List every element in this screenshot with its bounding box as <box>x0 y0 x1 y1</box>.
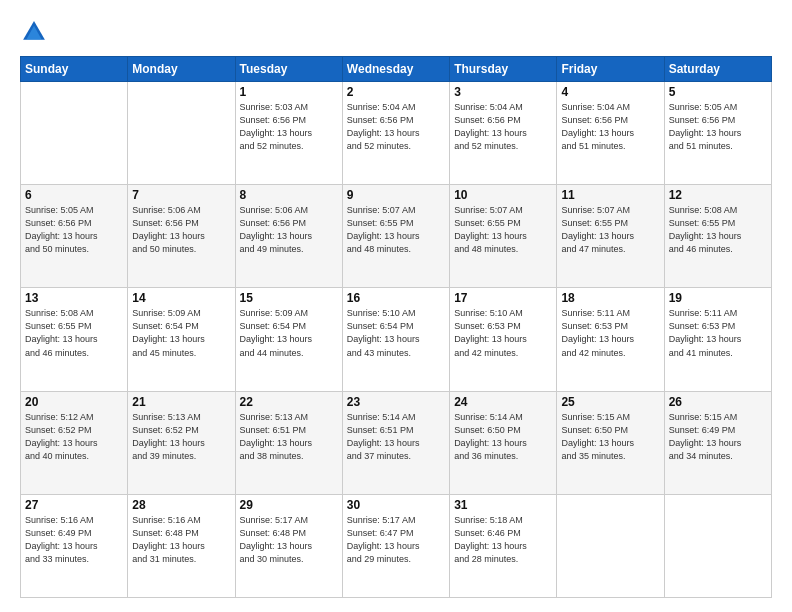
calendar-cell: 22Sunrise: 5:13 AM Sunset: 6:51 PM Dayli… <box>235 391 342 494</box>
day-number: 25 <box>561 395 659 409</box>
day-info: Sunrise: 5:15 AM Sunset: 6:49 PM Dayligh… <box>669 411 767 463</box>
day-number: 2 <box>347 85 445 99</box>
day-info: Sunrise: 5:09 AM Sunset: 6:54 PM Dayligh… <box>240 307 338 359</box>
calendar-cell: 28Sunrise: 5:16 AM Sunset: 6:48 PM Dayli… <box>128 494 235 597</box>
calendar-cell: 25Sunrise: 5:15 AM Sunset: 6:50 PM Dayli… <box>557 391 664 494</box>
day-number: 27 <box>25 498 123 512</box>
calendar-cell <box>128 82 235 185</box>
calendar-cell: 1Sunrise: 5:03 AM Sunset: 6:56 PM Daylig… <box>235 82 342 185</box>
day-number: 8 <box>240 188 338 202</box>
weekday-header-sunday: Sunday <box>21 57 128 82</box>
logo <box>20 18 52 46</box>
calendar-table: SundayMondayTuesdayWednesdayThursdayFrid… <box>20 56 772 598</box>
day-info: Sunrise: 5:07 AM Sunset: 6:55 PM Dayligh… <box>347 204 445 256</box>
calendar-cell: 23Sunrise: 5:14 AM Sunset: 6:51 PM Dayli… <box>342 391 449 494</box>
calendar-cell <box>21 82 128 185</box>
calendar-cell: 13Sunrise: 5:08 AM Sunset: 6:55 PM Dayli… <box>21 288 128 391</box>
day-info: Sunrise: 5:05 AM Sunset: 6:56 PM Dayligh… <box>25 204 123 256</box>
day-number: 20 <box>25 395 123 409</box>
day-info: Sunrise: 5:08 AM Sunset: 6:55 PM Dayligh… <box>669 204 767 256</box>
day-number: 24 <box>454 395 552 409</box>
calendar-cell: 16Sunrise: 5:10 AM Sunset: 6:54 PM Dayli… <box>342 288 449 391</box>
day-info: Sunrise: 5:14 AM Sunset: 6:50 PM Dayligh… <box>454 411 552 463</box>
day-info: Sunrise: 5:04 AM Sunset: 6:56 PM Dayligh… <box>454 101 552 153</box>
day-info: Sunrise: 5:17 AM Sunset: 6:47 PM Dayligh… <box>347 514 445 566</box>
logo-icon <box>20 18 48 46</box>
day-number: 1 <box>240 85 338 99</box>
calendar-cell: 27Sunrise: 5:16 AM Sunset: 6:49 PM Dayli… <box>21 494 128 597</box>
day-number: 19 <box>669 291 767 305</box>
weekday-header-wednesday: Wednesday <box>342 57 449 82</box>
calendar-cell: 5Sunrise: 5:05 AM Sunset: 6:56 PM Daylig… <box>664 82 771 185</box>
calendar-cell: 11Sunrise: 5:07 AM Sunset: 6:55 PM Dayli… <box>557 185 664 288</box>
week-row-5: 27Sunrise: 5:16 AM Sunset: 6:49 PM Dayli… <box>21 494 772 597</box>
day-info: Sunrise: 5:06 AM Sunset: 6:56 PM Dayligh… <box>132 204 230 256</box>
calendar-cell: 7Sunrise: 5:06 AM Sunset: 6:56 PM Daylig… <box>128 185 235 288</box>
calendar-cell: 17Sunrise: 5:10 AM Sunset: 6:53 PM Dayli… <box>450 288 557 391</box>
day-info: Sunrise: 5:14 AM Sunset: 6:51 PM Dayligh… <box>347 411 445 463</box>
day-number: 13 <box>25 291 123 305</box>
day-info: Sunrise: 5:10 AM Sunset: 6:54 PM Dayligh… <box>347 307 445 359</box>
day-info: Sunrise: 5:12 AM Sunset: 6:52 PM Dayligh… <box>25 411 123 463</box>
page: SundayMondayTuesdayWednesdayThursdayFrid… <box>0 0 792 612</box>
calendar-cell: 15Sunrise: 5:09 AM Sunset: 6:54 PM Dayli… <box>235 288 342 391</box>
calendar-cell: 14Sunrise: 5:09 AM Sunset: 6:54 PM Dayli… <box>128 288 235 391</box>
weekday-header-tuesday: Tuesday <box>235 57 342 82</box>
calendar-cell: 10Sunrise: 5:07 AM Sunset: 6:55 PM Dayli… <box>450 185 557 288</box>
day-number: 3 <box>454 85 552 99</box>
day-number: 11 <box>561 188 659 202</box>
calendar-cell: 20Sunrise: 5:12 AM Sunset: 6:52 PM Dayli… <box>21 391 128 494</box>
week-row-4: 20Sunrise: 5:12 AM Sunset: 6:52 PM Dayli… <box>21 391 772 494</box>
day-number: 12 <box>669 188 767 202</box>
day-number: 7 <box>132 188 230 202</box>
day-info: Sunrise: 5:07 AM Sunset: 6:55 PM Dayligh… <box>454 204 552 256</box>
day-info: Sunrise: 5:11 AM Sunset: 6:53 PM Dayligh… <box>561 307 659 359</box>
day-number: 15 <box>240 291 338 305</box>
day-info: Sunrise: 5:17 AM Sunset: 6:48 PM Dayligh… <box>240 514 338 566</box>
day-info: Sunrise: 5:06 AM Sunset: 6:56 PM Dayligh… <box>240 204 338 256</box>
weekday-header-monday: Monday <box>128 57 235 82</box>
day-info: Sunrise: 5:03 AM Sunset: 6:56 PM Dayligh… <box>240 101 338 153</box>
day-info: Sunrise: 5:07 AM Sunset: 6:55 PM Dayligh… <box>561 204 659 256</box>
weekday-header-saturday: Saturday <box>664 57 771 82</box>
day-info: Sunrise: 5:11 AM Sunset: 6:53 PM Dayligh… <box>669 307 767 359</box>
day-number: 23 <box>347 395 445 409</box>
day-number: 29 <box>240 498 338 512</box>
day-info: Sunrise: 5:13 AM Sunset: 6:52 PM Dayligh… <box>132 411 230 463</box>
day-number: 17 <box>454 291 552 305</box>
day-number: 14 <box>132 291 230 305</box>
calendar-cell: 19Sunrise: 5:11 AM Sunset: 6:53 PM Dayli… <box>664 288 771 391</box>
day-info: Sunrise: 5:16 AM Sunset: 6:48 PM Dayligh… <box>132 514 230 566</box>
weekday-header-row: SundayMondayTuesdayWednesdayThursdayFrid… <box>21 57 772 82</box>
day-info: Sunrise: 5:05 AM Sunset: 6:56 PM Dayligh… <box>669 101 767 153</box>
day-number: 4 <box>561 85 659 99</box>
day-number: 22 <box>240 395 338 409</box>
calendar-cell: 8Sunrise: 5:06 AM Sunset: 6:56 PM Daylig… <box>235 185 342 288</box>
day-number: 16 <box>347 291 445 305</box>
weekday-header-thursday: Thursday <box>450 57 557 82</box>
day-info: Sunrise: 5:10 AM Sunset: 6:53 PM Dayligh… <box>454 307 552 359</box>
week-row-3: 13Sunrise: 5:08 AM Sunset: 6:55 PM Dayli… <box>21 288 772 391</box>
day-info: Sunrise: 5:15 AM Sunset: 6:50 PM Dayligh… <box>561 411 659 463</box>
day-number: 10 <box>454 188 552 202</box>
day-number: 21 <box>132 395 230 409</box>
calendar-cell: 2Sunrise: 5:04 AM Sunset: 6:56 PM Daylig… <box>342 82 449 185</box>
calendar-cell <box>664 494 771 597</box>
day-number: 28 <box>132 498 230 512</box>
header <box>20 18 772 46</box>
day-info: Sunrise: 5:09 AM Sunset: 6:54 PM Dayligh… <box>132 307 230 359</box>
day-info: Sunrise: 5:08 AM Sunset: 6:55 PM Dayligh… <box>25 307 123 359</box>
week-row-1: 1Sunrise: 5:03 AM Sunset: 6:56 PM Daylig… <box>21 82 772 185</box>
day-number: 9 <box>347 188 445 202</box>
day-info: Sunrise: 5:16 AM Sunset: 6:49 PM Dayligh… <box>25 514 123 566</box>
calendar-cell: 30Sunrise: 5:17 AM Sunset: 6:47 PM Dayli… <box>342 494 449 597</box>
calendar-cell: 29Sunrise: 5:17 AM Sunset: 6:48 PM Dayli… <box>235 494 342 597</box>
day-info: Sunrise: 5:13 AM Sunset: 6:51 PM Dayligh… <box>240 411 338 463</box>
day-number: 6 <box>25 188 123 202</box>
calendar-cell: 24Sunrise: 5:14 AM Sunset: 6:50 PM Dayli… <box>450 391 557 494</box>
week-row-2: 6Sunrise: 5:05 AM Sunset: 6:56 PM Daylig… <box>21 185 772 288</box>
day-number: 18 <box>561 291 659 305</box>
calendar-cell <box>557 494 664 597</box>
day-number: 30 <box>347 498 445 512</box>
day-number: 5 <box>669 85 767 99</box>
